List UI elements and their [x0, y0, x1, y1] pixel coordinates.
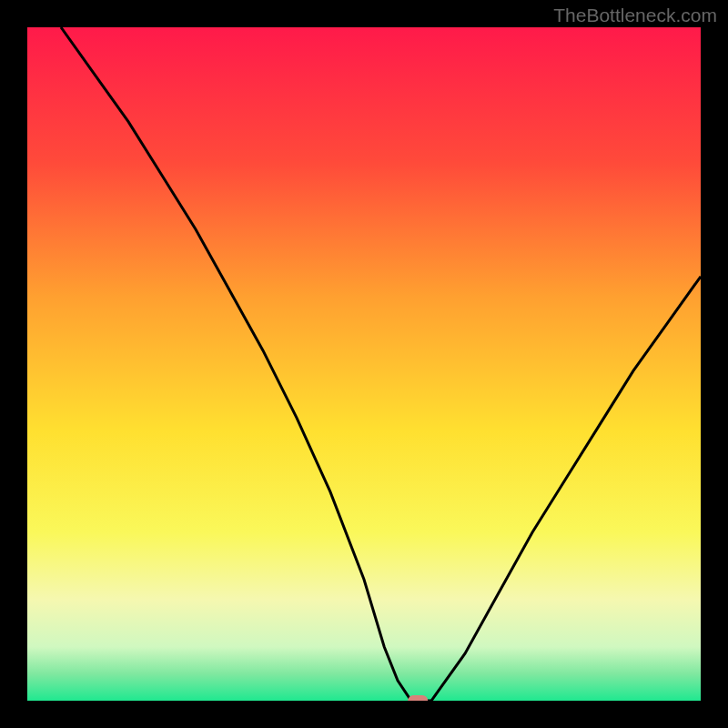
- optimal-marker: [408, 695, 428, 701]
- chart-background: [27, 27, 701, 701]
- watermark-text: TheBottleneck.com: [553, 5, 717, 26]
- bottleneck-chart: [27, 27, 701, 701]
